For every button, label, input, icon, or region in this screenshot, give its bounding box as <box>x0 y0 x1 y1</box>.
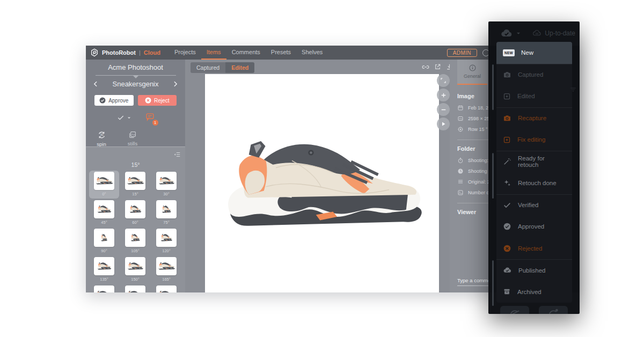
new-badge-icon: NEW <box>503 49 515 56</box>
status-menu-item-recapture[interactable]: Recapture <box>496 107 572 129</box>
copy-link-icon[interactable] <box>422 63 429 71</box>
frame-thumbnail[interactable]: 105° <box>120 228 150 255</box>
spin-icon: 3D <box>97 130 106 140</box>
reject-x-icon <box>145 97 151 104</box>
status-menu-item-new[interactable]: NEW New <box>496 42 572 64</box>
approve-check-icon <box>99 97 106 104</box>
frame-thumbnail[interactable]: 75° <box>151 199 181 227</box>
frame-thumbnail[interactable] <box>151 284 181 292</box>
frame-thumbnail[interactable]: 45° <box>89 199 119 227</box>
frame-thumbnail[interactable]: 30° <box>151 171 181 199</box>
info-icon <box>469 64 476 71</box>
admin-badge[interactable]: ADMIN <box>447 49 477 57</box>
status-menu-item-captured[interactable]: Captured <box>496 64 572 86</box>
frame-thumbnail[interactable]: 120° <box>151 228 181 255</box>
frames-grid: 0° 15° 30° 45° 60° 75° 90° 105° 120° 135… <box>89 171 182 292</box>
scroll-indicator[interactable] <box>492 260 494 306</box>
sparkles-icon <box>503 179 511 187</box>
canvas-controls <box>437 74 450 130</box>
approve-button[interactable]: Approve <box>94 95 134 106</box>
circle-check-icon <box>503 222 511 231</box>
play-spin-button[interactable] <box>437 118 450 130</box>
status-menu-item-verified[interactable]: Verified <box>496 194 572 216</box>
comments-count-badge: 1 <box>152 120 158 126</box>
frames-panel: 15° 0° 15° 30° 45° 60° 75° 90° 105° 120°… <box>86 146 185 292</box>
scroll-indicator[interactable] <box>492 153 494 199</box>
prev-item-icon[interactable] <box>92 80 99 87</box>
sync-status: Up-to-date <box>532 28 575 38</box>
frame-thumbnail[interactable]: 165° <box>151 256 181 284</box>
status-menu-item-retouch-done[interactable]: Retouch done <box>496 172 572 194</box>
wand-icon <box>503 157 511 166</box>
camera-icon <box>503 70 511 79</box>
next-item-icon[interactable] <box>172 80 179 87</box>
status-menu-item-fix-editing[interactable]: Fix editing <box>496 129 572 151</box>
mark-row: 1 <box>86 112 185 123</box>
check-icon <box>503 201 511 209</box>
calendar-icon <box>457 105 464 111</box>
tab-edited[interactable]: Edited <box>225 62 254 73</box>
version-tabs: CapturedEdited <box>191 62 254 73</box>
frame-thumbnail[interactable]: 150° <box>120 256 150 284</box>
reject-label: Reject <box>154 98 169 104</box>
collapse-list-icon[interactable] <box>173 151 181 160</box>
approve-label: Approve <box>108 98 128 104</box>
reject-button[interactable]: Reject <box>138 95 177 106</box>
open-in-new-icon[interactable] <box>434 63 441 71</box>
frame-thumbnail[interactable]: 135° <box>89 256 119 284</box>
status-menu-item-rejected[interactable]: Rejected <box>496 238 572 260</box>
rotation-step-label: 15° <box>86 162 185 168</box>
nav-item-comments[interactable]: Comments <box>226 46 266 60</box>
review-actions: Approve Reject <box>86 95 185 106</box>
page: PhotoRobot | Cloud ProjectsItemsComments… <box>0 0 644 337</box>
frame-thumbnail[interactable]: 0° <box>89 171 119 199</box>
sidebar: Acme Photoshoot Sneakersgenix Approve <box>86 60 185 292</box>
status-menu-item-ready-for-retouch[interactable]: Ready for retouch <box>496 151 572 173</box>
svg-text:3D: 3D <box>100 134 104 136</box>
cloud-check-icon <box>503 266 512 275</box>
sync-progress-icon <box>532 28 541 38</box>
nav-item-presets[interactable]: Presets <box>266 46 296 60</box>
square-plus-icon <box>503 92 511 100</box>
stills-icon <box>128 130 137 139</box>
tab-general[interactable]: General <box>457 60 487 85</box>
nav-item-projects[interactable]: Projects <box>169 46 201 60</box>
brand-suffix: Cloud <box>144 49 160 56</box>
viewer: CapturedEdited <box>185 60 450 292</box>
frame-thumbnail[interactable] <box>120 284 150 292</box>
archive-icon <box>503 288 511 296</box>
project-title-caret[interactable] <box>96 75 176 76</box>
status-menu-item-published[interactable]: Published <box>496 259 572 281</box>
status-menu-item-edited[interactable]: Edited <box>496 85 572 107</box>
status-dropdown-panel: Up-to-date NEW New Captured Edited Recap… <box>488 21 580 314</box>
frame-thumbnail[interactable]: 60° <box>120 199 150 227</box>
caret-down-icon <box>516 31 521 36</box>
filter-icon <box>569 86 577 96</box>
nav-item-items[interactable]: Items <box>201 46 226 60</box>
circle-x-icon <box>503 244 511 253</box>
scroll-indicator[interactable] <box>492 64 494 110</box>
fullscreen-button[interactable] <box>437 74 450 87</box>
alerts-button[interactable] <box>539 306 568 314</box>
zoom-out-button[interactable] <box>437 103 450 116</box>
frame-thumbnail[interactable] <box>89 284 119 292</box>
item-name: Sneakersgenix <box>113 80 159 88</box>
status-menu-item-approved[interactable]: Approved <box>496 216 572 238</box>
comments-icon[interactable]: 1 <box>145 112 155 123</box>
mute-notifications-button[interactable] <box>500 306 529 314</box>
nav-item-shelves[interactable]: Shelves <box>296 46 328 60</box>
status-menu-item-archived[interactable]: Archived <box>496 281 572 303</box>
frame-thumbnail[interactable]: 90° <box>89 228 119 255</box>
general-tab-label: General <box>464 74 481 79</box>
viewer-actions <box>422 63 453 71</box>
sync-cloud-button[interactable] <box>500 27 521 40</box>
zoom-in-button[interactable] <box>437 89 450 101</box>
main-nav: ProjectsItemsCommentsPresetsShelves <box>169 46 328 60</box>
image-icon <box>457 189 464 196</box>
mark-check-dropdown[interactable] <box>117 114 131 121</box>
tab-captured[interactable]: Captured <box>191 62 225 73</box>
frame-thumbnail[interactable]: 15° <box>120 171 150 199</box>
item-switcher: Sneakersgenix <box>86 80 185 88</box>
project-title: Acme Photoshoot <box>86 63 185 71</box>
image-canvas[interactable] <box>205 74 439 292</box>
